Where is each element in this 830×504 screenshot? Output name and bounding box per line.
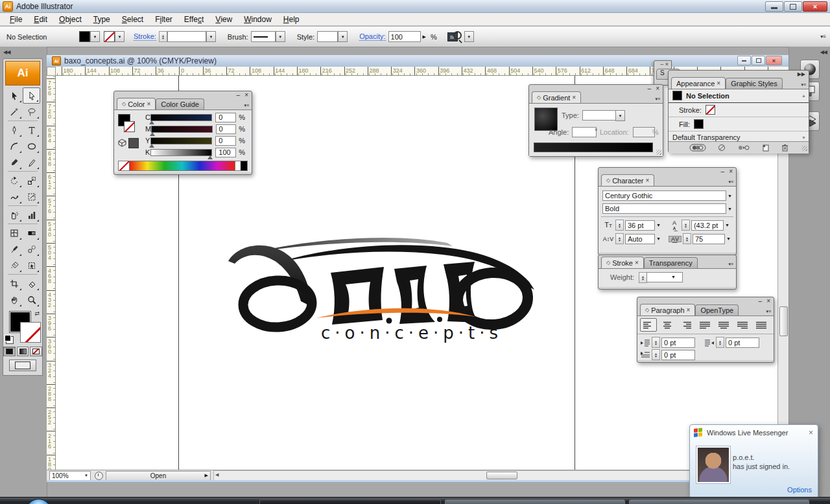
expand-dock-icon[interactable]: ◀◀	[820, 49, 827, 55]
stroke-color-well[interactable]	[20, 322, 41, 343]
pencil-tool[interactable]	[23, 154, 40, 170]
new-item-icon[interactable]	[762, 144, 770, 152]
swap-fill-stroke-icon[interactable]: ⇄	[34, 310, 40, 317]
bridge-dropdown[interactable]: ▼	[464, 31, 474, 42]
none-mode-button[interactable]	[30, 347, 42, 356]
tab-close-icon[interactable]: ×	[645, 177, 649, 184]
fill-dropdown-arrow[interactable]: ▼	[90, 31, 100, 42]
bridge-button[interactable]: Br	[447, 31, 462, 42]
doc-close-button[interactable]: ×	[766, 56, 782, 65]
taskbar-button-active[interactable]	[259, 499, 441, 504]
kerning-dropdown-icon[interactable]: ▼	[656, 236, 661, 241]
tab-graphic-styles[interactable]: Graphic Styles	[726, 78, 783, 89]
tab-appearance[interactable]: Appearance×	[671, 77, 726, 89]
font-size-stepper[interactable]: ▲▼	[615, 220, 624, 231]
color-spectrum-bar[interactable]	[118, 161, 248, 171]
type-tool[interactable]	[23, 122, 40, 138]
tab-close-icon[interactable]: ×	[717, 80, 720, 87]
direct-selection-tool[interactable]	[23, 87, 40, 104]
panel-menu-icon[interactable]: ▾≡	[766, 309, 771, 314]
baxo-logo-artwork[interactable]: c·o·n·c·e·p·t·s	[220, 235, 538, 344]
doc-restore-button[interactable]	[752, 56, 765, 65]
live-paint-selection-tool[interactable]	[23, 257, 40, 273]
slider-thumb[interactable]	[150, 132, 155, 136]
panel-collapse-icon[interactable]: ▶▶	[798, 71, 805, 77]
hand-tool[interactable]	[5, 292, 23, 308]
leading-value[interactable]: (43.2 pt	[691, 220, 724, 231]
appearance-row-stroke[interactable]: Stroke:	[669, 104, 809, 116]
zoom-level-control[interactable]: 100% ▼	[49, 471, 91, 481]
leading-dropdown-icon[interactable]: ▼	[725, 223, 729, 227]
font-style-select[interactable]: Bold	[602, 203, 726, 214]
collapse-dock-icon[interactable]: ◀◀	[3, 49, 10, 55]
scroll-down-icon[interactable]: ▼	[801, 135, 806, 140]
align-center-button[interactable]	[659, 318, 676, 332]
graph-tool[interactable]	[23, 207, 40, 223]
menu-select[interactable]: Select	[116, 14, 149, 25]
style-value[interactable]	[317, 31, 338, 42]
appearance-row-transparency[interactable]: Default Transparency ▼	[669, 132, 809, 143]
justify-left-button[interactable]	[696, 318, 713, 332]
slider-track[interactable]	[150, 149, 212, 156]
start-button[interactable]	[26, 499, 51, 504]
slider-value[interactable]: 0	[215, 113, 236, 122]
tab-color[interactable]: ◇Color×	[117, 98, 156, 109]
align-right-button[interactable]	[678, 318, 694, 332]
style-dropdown[interactable]: ▼	[338, 31, 348, 42]
panel-menu-icon[interactable]: ▾≡	[728, 262, 733, 267]
stroke-dropdown-arrow[interactable]: ▼	[115, 31, 124, 42]
opacity-spinner-icon[interactable]: ▶	[423, 34, 426, 40]
panel-close-icon[interactable]: ×	[729, 168, 733, 174]
taskbar-button[interactable]	[445, 499, 625, 504]
justify-all-button[interactable]	[753, 318, 770, 332]
slider-value[interactable]: 0	[216, 124, 237, 134]
leading-stepper[interactable]: ▲▼	[682, 220, 690, 231]
tab-gradient[interactable]: ◇Gradient×	[532, 91, 581, 103]
spectrum-none-swatch[interactable]	[119, 161, 130, 170]
panel-close-icon[interactable]: ×	[656, 86, 659, 91]
panel-minimize-icon[interactable]: –	[647, 86, 651, 91]
grayscale-swatch[interactable]	[128, 138, 139, 148]
control-panel-menu-icon[interactable]: ▾≡	[820, 34, 826, 40]
paintbrush-tool[interactable]	[5, 154, 23, 170]
toast-close-icon[interactable]: ×	[809, 428, 813, 437]
weight-dropdown-icon[interactable]: ▼	[671, 275, 676, 279]
gradient-mode-button[interactable]	[17, 347, 29, 356]
panel-minimize-icon[interactable]: –	[236, 92, 240, 98]
spectrum-white-swatch[interactable]	[235, 161, 241, 170]
panel-menu-icon[interactable]: ▾≡	[244, 103, 249, 108]
scroll-up-icon[interactable]: ▲	[801, 93, 806, 98]
tab-close-icon[interactable]: ×	[147, 100, 150, 108]
weight-value[interactable]	[646, 272, 683, 282]
slider-value[interactable]: 100	[215, 148, 236, 157]
rotate-tool[interactable]	[5, 172, 23, 189]
menu-file[interactable]: File	[4, 14, 28, 25]
panel-resize-grip[interactable]	[656, 150, 661, 155]
menu-type[interactable]: Type	[88, 14, 116, 25]
spectrum-ramp[interactable]	[130, 161, 235, 170]
first-indent-stepper[interactable]: ▲▼	[652, 349, 660, 360]
cube-icon[interactable]	[118, 139, 126, 147]
panel-menu-icon[interactable]: ▾≡	[728, 179, 733, 185]
brush-value[interactable]	[251, 31, 276, 42]
symbol-sprayer-tool[interactable]	[5, 207, 23, 223]
pen-tool[interactable]	[5, 122, 23, 138]
tab-transparency[interactable]: Transparency	[644, 257, 698, 268]
magic-wand-tool[interactable]	[5, 104, 23, 120]
slider-thumb[interactable]	[208, 155, 213, 159]
panel-minimize-icon[interactable]: –	[758, 298, 762, 304]
gradient-swatch[interactable]	[534, 108, 558, 131]
kerning-stepper[interactable]: ▲▼	[615, 233, 624, 244]
panel-menu-icon[interactable]: ▾≡	[801, 82, 806, 87]
spectrum-black-swatch[interactable]	[241, 161, 247, 170]
left-indent-value[interactable]: 0 pt	[661, 338, 695, 348]
scroll-left-icon[interactable]: ◀	[215, 472, 219, 477]
menu-edit[interactable]: Edit	[28, 14, 53, 25]
options-link[interactable]: Options	[787, 486, 812, 494]
tracking-dropdown-icon[interactable]: ▼	[726, 236, 731, 241]
panel-menu-icon[interactable]: ▾≡	[655, 97, 660, 102]
gradient-ramp-bar[interactable]	[534, 143, 653, 152]
gradient-type-value[interactable]	[582, 110, 617, 120]
brush-dropdown[interactable]: ▼	[276, 31, 285, 42]
lasso-tool[interactable]	[23, 104, 40, 120]
